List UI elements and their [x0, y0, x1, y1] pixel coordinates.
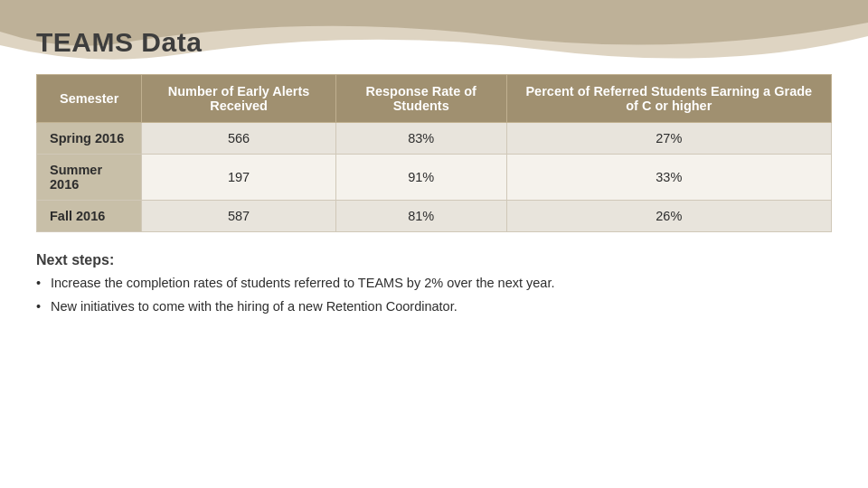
cell-semester: Spring 2016 [37, 123, 142, 155]
next-steps-item: New initiatives to come with the hiring … [36, 297, 832, 317]
cell-early-alerts: 566 [142, 123, 336, 155]
col-header-percent-referred: Percent of Referred Students Earning a G… [506, 75, 831, 123]
next-steps-section: Next steps: Increase the completion rate… [36, 252, 832, 317]
next-steps-title: Next steps: [36, 252, 832, 268]
cell-response-rate: 81% [335, 201, 506, 232]
page-title: TEAMS Data [36, 27, 832, 58]
col-header-response-rate: Response Rate of Students [335, 75, 506, 123]
cell-percent-referred: 26% [506, 201, 831, 232]
next-steps-item: Increase the completion rates of student… [36, 274, 832, 294]
table-row: Fall 201658781%26% [37, 201, 832, 232]
cell-early-alerts: 197 [142, 155, 336, 201]
cell-early-alerts: 587 [142, 201, 336, 232]
next-steps-list: Increase the completion rates of student… [36, 274, 832, 317]
cell-response-rate: 91% [335, 155, 506, 201]
table-row: Summer 201619791%33% [37, 155, 832, 201]
data-table: Semester Number of Early Alerts Received… [36, 74, 832, 232]
cell-response-rate: 83% [335, 123, 506, 155]
cell-semester: Summer 2016 [37, 155, 142, 201]
cell-percent-referred: 33% [506, 155, 831, 201]
col-header-semester: Semester [37, 75, 142, 123]
cell-semester: Fall 2016 [37, 201, 142, 232]
col-header-early-alerts: Number of Early Alerts Received [142, 75, 336, 123]
table-row: Spring 201656683%27% [37, 123, 832, 155]
cell-percent-referred: 27% [506, 123, 831, 155]
